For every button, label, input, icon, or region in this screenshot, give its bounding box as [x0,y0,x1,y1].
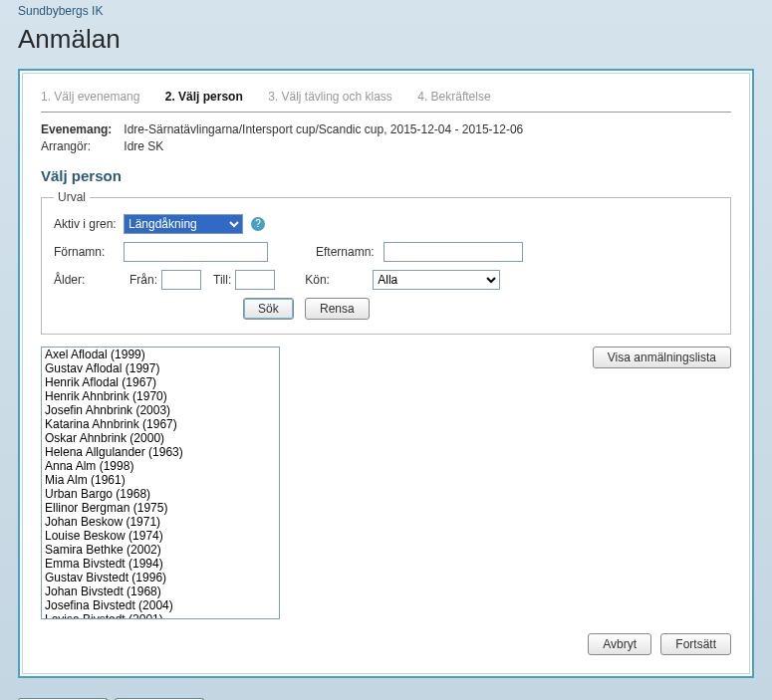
list-item[interactable]: Josefin Ahnbrink (2003) [42,403,279,417]
organiser-label: Arrangör: [41,139,121,153]
step-4[interactable]: 4. Bekräftelse [417,90,490,104]
lastname-input[interactable] [384,242,523,262]
firstname-label: Förnamn: [54,245,124,259]
list-item[interactable]: Henrik Aflodal (1967) [42,375,279,389]
list-item[interactable]: Gustav Bivstedt (1996) [42,571,279,584]
step-1[interactable]: 1. Välj evenemang [41,90,139,104]
breadcrumb[interactable]: Sundbybergs IK [0,0,772,22]
list-item[interactable]: Helena Allgulander (1963) [42,445,279,459]
step-3[interactable]: 3. Välj tävling och klass [268,90,392,104]
list-item[interactable]: Henrik Ahnbrink (1970) [42,389,279,403]
section-title: Välj person [41,167,731,184]
age-to-label: Till: [213,273,231,287]
list-item[interactable]: Gustav Aflodal (1997) [42,361,279,375]
list-item[interactable]: Lovisa Bivstedt (2001) [42,612,279,619]
continue-button[interactable]: Fortsätt [660,633,731,655]
age-from-input[interactable] [161,270,201,290]
list-item[interactable]: Emma Bivstedt (1994) [42,557,279,571]
clear-button[interactable]: Rensa [305,298,370,320]
filter-legend: Urval [54,190,90,204]
age-from-label: Från: [129,273,157,287]
cancel-button[interactable]: Avbryt [588,633,651,655]
wizard-steps: 1. Välj evenemang 2. Välj person 3. Välj… [41,90,731,113]
list-item[interactable]: Johan Bivstedt (1968) [42,584,279,598]
event-value: Idre-Särnatävlingarna/Intersport cup/Sca… [124,122,523,136]
list-item[interactable]: Johan Beskow (1971) [42,515,279,529]
main-panel-inner: 1. Välj evenemang 2. Välj person 3. Välj… [22,73,750,674]
organiser-value: Idre SK [124,139,163,153]
list-item[interactable]: Axel Aflodal (1999) [42,348,279,361]
list-item[interactable]: Anna Alm (1998) [42,459,279,473]
list-item[interactable]: Urban Bargo (1968) [42,487,279,501]
filter-fieldset: Urval Aktiv i gren: Längdåkning ? Förnam… [41,190,731,335]
gender-label: Kön: [305,273,373,287]
active-branch-label: Aktiv i gren: [54,217,124,231]
age-label: Ålder: [54,273,124,287]
list-item[interactable]: Ellinor Bergman (1975) [42,501,279,515]
list-item[interactable]: Oskar Ahnbrink (2000) [42,431,279,445]
list-item[interactable]: Louise Beskow (1974) [42,529,279,543]
search-button[interactable]: Sök [243,298,294,320]
list-item[interactable]: Samira Bethke (2002) [42,543,279,557]
lastname-label: Efternamn: [316,245,384,259]
firstname-input[interactable] [124,242,268,262]
active-branch-select[interactable]: Längdåkning [124,214,243,234]
show-registration-list-button[interactable]: Visa anmälningslista [593,347,731,368]
main-panel: 1. Välj evenemang 2. Välj person 3. Välj… [18,69,754,678]
person-listbox[interactable]: Axel Aflodal (1999)Gustav Aflodal (1997)… [41,347,280,619]
organiser-row: Arrangör: Idre SK [41,139,731,153]
step-2[interactable]: 2. Välj person [165,90,243,104]
list-item[interactable]: Josefina Bivstedt (2004) [42,598,279,612]
list-item[interactable]: Mia Alm (1961) [42,473,279,487]
help-icon[interactable]: ? [251,217,265,231]
event-label: Evenemang: [41,122,121,136]
page-title: Anmälan [0,22,772,69]
list-item[interactable]: Katarina Ahnbrink (1967) [42,417,279,431]
age-to-input[interactable] [235,270,275,290]
event-row: Evenemang: Idre-Särnatävlingarna/Intersp… [41,122,731,136]
gender-select[interactable]: Alla [373,270,500,290]
